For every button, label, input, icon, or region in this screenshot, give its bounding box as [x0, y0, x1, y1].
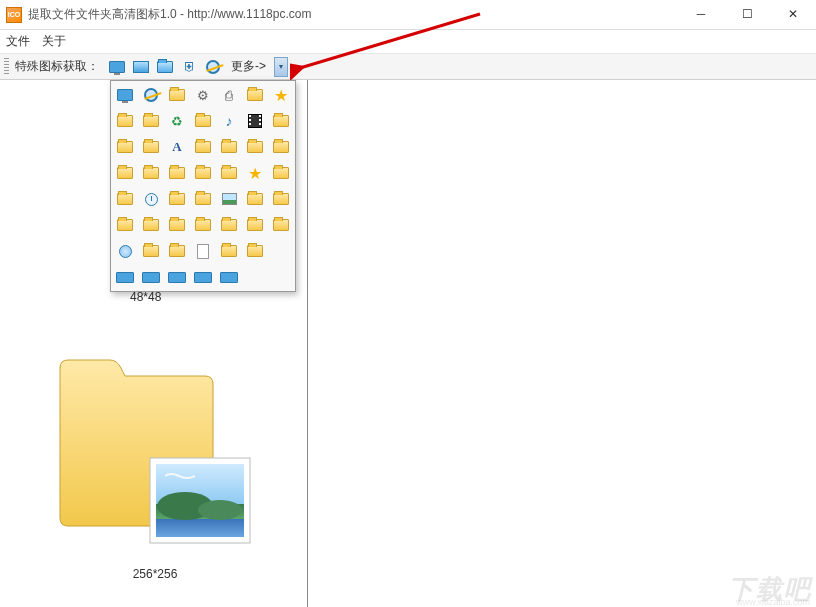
close-button[interactable]: ✕: [770, 0, 816, 29]
content-area: ⚙⎙★♻♪A★ 48*48: [0, 80, 816, 607]
folder-icon[interactable]: [139, 239, 163, 263]
folder-icon[interactable]: [191, 161, 215, 185]
recycle-icon[interactable]: ♻: [165, 109, 189, 133]
folder-icon[interactable]: [243, 83, 267, 107]
large-preview: 256*256: [55, 348, 255, 581]
monitor-wide-icon[interactable]: [191, 265, 215, 289]
doc-icon[interactable]: [191, 239, 215, 263]
icon-picker-popup: ⚙⎙★♻♪A★: [110, 80, 296, 292]
menu-about[interactable]: 关于: [42, 33, 66, 50]
titlebar: ICO 提取文件文件夹高清图标1.0 - http://www.1118pc.c…: [0, 0, 816, 30]
monitor-wide-icon[interactable]: [139, 265, 163, 289]
folder-icon[interactable]: [191, 135, 215, 159]
menu-file[interactable]: 文件: [6, 33, 30, 50]
folder-icon[interactable]: [139, 161, 163, 185]
folder-icon[interactable]: [269, 109, 293, 133]
folder-icon[interactable]: [113, 213, 137, 237]
folder-icon[interactable]: [191, 109, 215, 133]
minimize-button[interactable]: ─: [678, 0, 724, 29]
dropdown-arrow-icon[interactable]: ▾: [274, 57, 288, 77]
empty-cell: [243, 265, 267, 289]
folder-icon[interactable]: [165, 187, 189, 211]
folder-icon[interactable]: [269, 161, 293, 185]
globe-icon[interactable]: [113, 239, 137, 263]
monitor-icon[interactable]: [113, 83, 137, 107]
folder-icon[interactable]: [165, 161, 189, 185]
menubar: 文件 关于: [0, 30, 816, 54]
monitor-wide-icon[interactable]: [113, 265, 137, 289]
folder-icon[interactable]: [113, 109, 137, 133]
thumb-small-label: 48*48: [130, 290, 161, 304]
right-pane: [308, 80, 816, 607]
empty-cell: [269, 265, 293, 289]
folder-icon[interactable]: [217, 213, 241, 237]
folder-icon[interactable]: [191, 187, 215, 211]
folder-icon[interactable]: [165, 83, 189, 107]
app-icon: ICO: [6, 7, 22, 23]
window-controls: ─ ☐ ✕: [678, 0, 816, 29]
pic-icon[interactable]: [217, 187, 241, 211]
a-icon[interactable]: A: [165, 135, 189, 159]
toolbar: 特殊图标获取： ⛨ 更多-> ▾: [0, 54, 816, 80]
watermark-url: www.xiazaiba.com: [736, 597, 810, 607]
folder-icon[interactable]: [113, 187, 137, 211]
star-icon[interactable]: ★: [243, 161, 267, 185]
clock-icon[interactable]: [139, 187, 163, 211]
ie-icon[interactable]: [139, 83, 163, 107]
empty-cell: [269, 239, 293, 263]
folder-icon[interactable]: [165, 213, 189, 237]
svg-point-3: [198, 500, 242, 520]
music-icon[interactable]: ♪: [217, 109, 241, 133]
folder-icon[interactable]: [243, 187, 267, 211]
monitor-wide-icon[interactable]: [217, 265, 241, 289]
shield-icon[interactable]: ⛨: [179, 57, 199, 77]
folder-icon[interactable]: [217, 239, 241, 263]
folder-icon[interactable]: [217, 135, 241, 159]
printer-icon[interactable]: ⎙: [217, 83, 241, 107]
monitor-wide-icon[interactable]: [165, 265, 189, 289]
maximize-button[interactable]: ☐: [724, 0, 770, 29]
toolbar-grip: [4, 58, 9, 76]
star-icon[interactable]: ★: [269, 83, 293, 107]
folder-icon[interactable]: [165, 239, 189, 263]
folder-icon[interactable]: [139, 135, 163, 159]
folder-icon[interactable]: [139, 213, 163, 237]
folder-icon[interactable]: [191, 213, 215, 237]
left-pane: ⚙⎙★♻♪A★ 48*48: [0, 80, 308, 607]
folder-icon[interactable]: [269, 135, 293, 159]
folder-icon[interactable]: [269, 213, 293, 237]
folder-icon[interactable]: [139, 109, 163, 133]
more-button[interactable]: 更多->: [227, 58, 270, 75]
folder-icon[interactable]: [243, 213, 267, 237]
folder-icon[interactable]: [113, 161, 137, 185]
window-title: 提取文件文件夹高清图标1.0 - http://www.1118pc.com: [28, 6, 678, 23]
film-icon[interactable]: [243, 109, 267, 133]
thumb-large-label: 256*256: [55, 567, 255, 581]
folder-icon[interactable]: [217, 161, 241, 185]
desktop-icon[interactable]: [131, 57, 151, 77]
monitor-icon[interactable]: [107, 57, 127, 77]
ie-icon[interactable]: [203, 57, 223, 77]
folder-icon[interactable]: [243, 135, 267, 159]
gear-icon[interactable]: ⚙: [191, 83, 215, 107]
folder-preview-icon: [55, 348, 255, 558]
folder-icon[interactable]: [243, 239, 267, 263]
toolbar-label: 特殊图标获取：: [15, 58, 99, 75]
folder-icon[interactable]: [269, 187, 293, 211]
folder-icon[interactable]: [113, 135, 137, 159]
folder-blue-icon[interactable]: [155, 57, 175, 77]
